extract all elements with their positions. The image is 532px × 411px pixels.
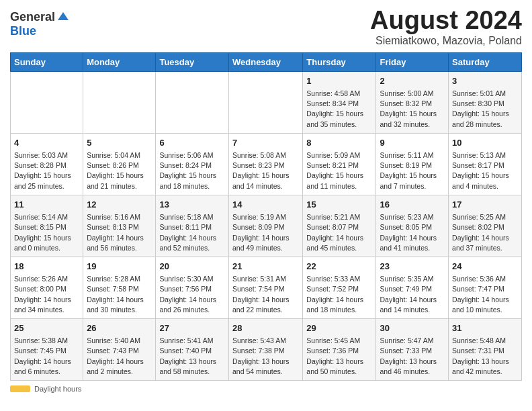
day-number: 5	[87, 137, 152, 149]
logo-icon	[56, 11, 70, 24]
day-number: 29	[306, 322, 372, 334]
day-info: Sunrise: 5:28 AM Sunset: 7:58 PM Dayligh…	[87, 274, 152, 315]
calendar-table: SundayMondayTuesdayWednesdayThursdayFrid…	[10, 52, 522, 381]
logo-general-text: General	[10, 10, 55, 24]
day-info: Sunrise: 5:16 AM Sunset: 8:13 PM Dayligh…	[87, 212, 152, 253]
daylight-label: Daylight hours	[34, 385, 81, 393]
day-number: 22	[306, 261, 372, 273]
day-cell: 31Sunrise: 5:48 AM Sunset: 7:31 PM Dayli…	[449, 319, 522, 381]
day-cell: 22Sunrise: 5:33 AM Sunset: 7:52 PM Dayli…	[303, 257, 376, 318]
day-cell: 11Sunrise: 5:14 AM Sunset: 8:15 PM Dayli…	[11, 195, 83, 257]
day-info: Sunrise: 5:04 AM Sunset: 8:26 PM Dayligh…	[87, 150, 152, 191]
day-number: 21	[232, 261, 299, 273]
week-row: 1Sunrise: 4:58 AM Sunset: 8:34 PM Daylig…	[11, 71, 522, 133]
day-cell: 8Sunrise: 5:09 AM Sunset: 8:21 PM Daylig…	[303, 133, 376, 195]
day-cell: 4Sunrise: 5:03 AM Sunset: 8:28 PM Daylig…	[11, 133, 83, 195]
day-cell: 18Sunrise: 5:26 AM Sunset: 8:00 PM Dayli…	[11, 257, 83, 318]
day-cell: 25Sunrise: 5:38 AM Sunset: 7:45 PM Dayli…	[11, 319, 83, 381]
day-cell: 5Sunrise: 5:04 AM Sunset: 8:26 PM Daylig…	[83, 133, 156, 195]
day-cell: 3Sunrise: 5:01 AM Sunset: 8:30 PM Daylig…	[449, 71, 522, 133]
calendar-header: SundayMondayTuesdayWednesdayThursdayFrid…	[11, 52, 522, 71]
logo: General Blue	[10, 7, 70, 38]
day-cell: 13Sunrise: 5:18 AM Sunset: 8:11 PM Dayli…	[156, 195, 229, 257]
week-row: 4Sunrise: 5:03 AM Sunset: 8:28 PM Daylig…	[11, 133, 522, 195]
day-cell: 9Sunrise: 5:11 AM Sunset: 8:19 PM Daylig…	[376, 133, 449, 195]
day-cell: 23Sunrise: 5:35 AM Sunset: 7:49 PM Dayli…	[376, 257, 449, 318]
day-number: 30	[380, 322, 445, 334]
day-number: 18	[14, 261, 79, 273]
location-title: Siemiatkowo, Mazovia, Poland	[370, 35, 522, 47]
day-number: 14	[232, 199, 299, 211]
title-area: August 2024 Siemiatkowo, Mazovia, Poland	[370, 7, 522, 47]
day-info: Sunrise: 5:35 AM Sunset: 7:49 PM Dayligh…	[380, 274, 445, 315]
day-info: Sunrise: 5:30 AM Sunset: 7:56 PM Dayligh…	[159, 274, 225, 315]
day-cell: 20Sunrise: 5:30 AM Sunset: 7:56 PM Dayli…	[156, 257, 229, 318]
header-cell-saturday: Saturday	[449, 52, 522, 71]
week-row: 11Sunrise: 5:14 AM Sunset: 8:15 PM Dayli…	[11, 195, 522, 257]
day-cell	[228, 71, 302, 133]
svg-marker-0	[58, 12, 69, 20]
day-cell	[83, 71, 156, 133]
day-number: 31	[452, 322, 518, 334]
day-cell: 12Sunrise: 5:16 AM Sunset: 8:13 PM Dayli…	[83, 195, 156, 257]
day-cell: 30Sunrise: 5:47 AM Sunset: 7:33 PM Dayli…	[376, 319, 449, 381]
day-cell: 26Sunrise: 5:40 AM Sunset: 7:43 PM Dayli…	[83, 319, 156, 381]
day-number: 12	[87, 199, 152, 211]
day-cell: 21Sunrise: 5:31 AM Sunset: 7:54 PM Dayli…	[228, 257, 302, 318]
day-cell: 19Sunrise: 5:28 AM Sunset: 7:58 PM Dayli…	[83, 257, 156, 318]
day-info: Sunrise: 5:45 AM Sunset: 7:36 PM Dayligh…	[306, 336, 372, 377]
day-cell: 24Sunrise: 5:36 AM Sunset: 7:47 PM Dayli…	[449, 257, 522, 318]
day-number: 10	[452, 137, 518, 149]
week-row: 25Sunrise: 5:38 AM Sunset: 7:45 PM Dayli…	[11, 319, 522, 381]
day-cell: 17Sunrise: 5:25 AM Sunset: 8:02 PM Dayli…	[449, 195, 522, 257]
footer-note: Daylight hours	[10, 385, 522, 393]
day-info: Sunrise: 5:43 AM Sunset: 7:38 PM Dayligh…	[232, 336, 299, 377]
header: General Blue August 2024 Siemiatkowo, Ma…	[10, 7, 522, 47]
day-cell	[11, 71, 83, 133]
day-number: 15	[306, 199, 372, 211]
day-number: 6	[159, 137, 225, 149]
header-cell-sunday: Sunday	[11, 52, 83, 71]
day-cell: 10Sunrise: 5:13 AM Sunset: 8:17 PM Dayli…	[449, 133, 522, 195]
day-number: 26	[87, 322, 152, 334]
day-info: Sunrise: 5:38 AM Sunset: 7:45 PM Dayligh…	[14, 336, 79, 377]
month-title: August 2024	[370, 7, 522, 35]
day-info: Sunrise: 5:19 AM Sunset: 8:09 PM Dayligh…	[232, 212, 299, 253]
day-cell: 29Sunrise: 5:45 AM Sunset: 7:36 PM Dayli…	[303, 319, 376, 381]
day-cell: 15Sunrise: 5:21 AM Sunset: 8:07 PM Dayli…	[303, 195, 376, 257]
day-info: Sunrise: 5:26 AM Sunset: 8:00 PM Dayligh…	[14, 274, 79, 315]
header-cell-monday: Monday	[83, 52, 156, 71]
day-info: Sunrise: 5:21 AM Sunset: 8:07 PM Dayligh…	[306, 212, 372, 253]
calendar-body: 1Sunrise: 4:58 AM Sunset: 8:34 PM Daylig…	[11, 71, 522, 380]
day-info: Sunrise: 5:14 AM Sunset: 8:15 PM Dayligh…	[14, 212, 79, 253]
day-cell: 1Sunrise: 4:58 AM Sunset: 8:34 PM Daylig…	[303, 71, 376, 133]
day-cell	[156, 71, 229, 133]
day-info: Sunrise: 5:31 AM Sunset: 7:54 PM Dayligh…	[232, 274, 299, 315]
day-number: 24	[452, 261, 518, 273]
day-number: 17	[452, 199, 518, 211]
header-cell-thursday: Thursday	[303, 52, 376, 71]
day-info: Sunrise: 5:13 AM Sunset: 8:17 PM Dayligh…	[452, 150, 518, 191]
day-number: 16	[380, 199, 445, 211]
header-cell-wednesday: Wednesday	[228, 52, 302, 71]
day-info: Sunrise: 5:25 AM Sunset: 8:02 PM Dayligh…	[452, 212, 518, 253]
day-info: Sunrise: 5:33 AM Sunset: 7:52 PM Dayligh…	[306, 274, 372, 315]
day-info: Sunrise: 5:08 AM Sunset: 8:23 PM Dayligh…	[232, 150, 299, 191]
day-number: 7	[232, 137, 299, 149]
day-info: Sunrise: 5:06 AM Sunset: 8:24 PM Dayligh…	[159, 150, 225, 191]
day-number: 9	[380, 137, 445, 149]
day-info: Sunrise: 5:47 AM Sunset: 7:33 PM Dayligh…	[380, 336, 445, 377]
day-number: 13	[159, 199, 225, 211]
day-number: 2	[380, 75, 445, 87]
day-info: Sunrise: 5:23 AM Sunset: 8:05 PM Dayligh…	[380, 212, 445, 253]
day-number: 25	[14, 322, 79, 334]
day-number: 20	[159, 261, 225, 273]
day-info: Sunrise: 5:01 AM Sunset: 8:30 PM Dayligh…	[452, 89, 518, 130]
day-cell: 7Sunrise: 5:08 AM Sunset: 8:23 PM Daylig…	[228, 133, 302, 195]
header-cell-friday: Friday	[376, 52, 449, 71]
day-number: 27	[159, 322, 225, 334]
day-cell: 27Sunrise: 5:41 AM Sunset: 7:40 PM Dayli…	[156, 319, 229, 381]
day-number: 19	[87, 261, 152, 273]
day-number: 11	[14, 199, 79, 211]
logo-blue-text: Blue	[10, 24, 36, 38]
